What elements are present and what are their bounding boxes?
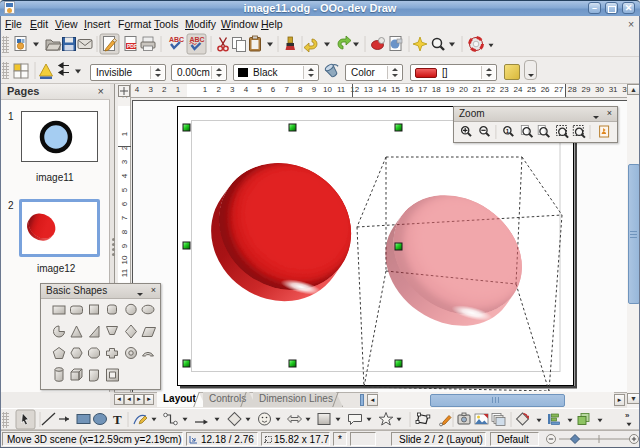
svg-text:ABC: ABC [169,36,184,43]
svg-text:»: » [625,411,630,420]
svg-text:T: T [113,412,122,427]
svg-text:ABC: ABC [190,36,205,43]
svg-text:PDF: PDF [127,43,137,49]
